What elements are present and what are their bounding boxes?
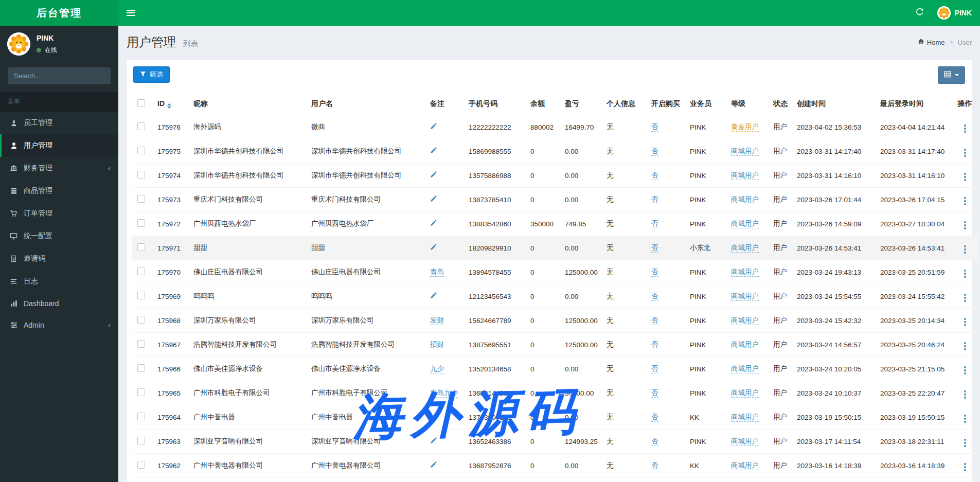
- level-link[interactable]: 商城用户: [731, 316, 759, 325]
- sidebar-item-invite[interactable]: 邀请码: [0, 247, 118, 270]
- remark-link[interactable]: 发财: [430, 316, 444, 325]
- purchase-toggle-link[interactable]: 否: [651, 195, 658, 204]
- row-actions-button[interactable]: [960, 220, 970, 230]
- row-actions-button[interactable]: [960, 317, 970, 327]
- row-actions-button[interactable]: [960, 365, 970, 376]
- edit-remark-icon[interactable]: [430, 195, 437, 202]
- purchase-toggle-link[interactable]: 否: [651, 316, 658, 325]
- row-checkbox[interactable]: [137, 219, 145, 227]
- edit-remark-icon[interactable]: [430, 244, 437, 251]
- row-checkbox[interactable]: [137, 461, 145, 469]
- remark-link[interactable]: 青岛九少: [430, 389, 458, 398]
- purchase-toggle-link[interactable]: 否: [651, 268, 658, 277]
- app-logo[interactable]: 后台管理: [0, 0, 118, 26]
- filter-button[interactable]: 筛选: [133, 66, 170, 83]
- row-checkbox[interactable]: [137, 437, 145, 444]
- purchase-toggle-link[interactable]: 否: [651, 461, 658, 470]
- sidebar-item-orders[interactable]: 订单管理: [0, 202, 118, 225]
- refresh-button[interactable]: [914, 6, 926, 20]
- edit-remark-icon[interactable]: [430, 123, 437, 130]
- row-checkbox[interactable]: [137, 388, 145, 396]
- sidebar-user-status[interactable]: 在线: [37, 46, 57, 55]
- level-link[interactable]: 商城用户: [731, 268, 759, 277]
- remark-link[interactable]: 招财: [430, 341, 444, 349]
- row-actions-button[interactable]: [960, 341, 970, 351]
- purchase-toggle-link[interactable]: 否: [651, 147, 658, 156]
- edit-remark-icon[interactable]: [430, 461, 437, 468]
- level-link[interactable]: 商城用户: [731, 220, 759, 228]
- level-link[interactable]: 商城用户: [731, 461, 759, 470]
- level-link[interactable]: 黄金用户: [731, 123, 759, 132]
- edit-remark-icon[interactable]: [430, 413, 437, 420]
- purchase-toggle-link[interactable]: 否: [651, 171, 658, 180]
- row-checkbox[interactable]: [137, 292, 145, 299]
- purchase-toggle-link[interactable]: 否: [651, 413, 658, 422]
- purchase-toggle-link[interactable]: 否: [651, 389, 658, 398]
- sidebar-item-dashboard[interactable]: Dashboard: [0, 293, 118, 314]
- row-checkbox[interactable]: [137, 316, 145, 324]
- level-link[interactable]: 商城用户: [731, 365, 759, 373]
- sidebar-item-config[interactable]: 统一配置: [0, 225, 118, 247]
- breadcrumb-home[interactable]: Home: [918, 38, 945, 46]
- row-actions-button[interactable]: [960, 269, 970, 279]
- sidebar-item-user[interactable]: 用户管理: [0, 134, 118, 157]
- row-checkbox[interactable]: [137, 122, 145, 130]
- row-actions-button[interactable]: [960, 414, 970, 424]
- row-checkbox[interactable]: [137, 147, 145, 154]
- row-actions-button[interactable]: [960, 462, 970, 472]
- row-checkbox[interactable]: [137, 364, 145, 372]
- level-link[interactable]: 商城用户: [731, 195, 759, 204]
- sidebar-item-staff[interactable]: 员工管理: [0, 112, 118, 134]
- select-all-checkbox[interactable]: [137, 99, 145, 107]
- hamburger-menu-button[interactable]: [127, 0, 144, 26]
- salesman-cell: PINK: [690, 381, 731, 405]
- remark-link[interactable]: 青岛: [430, 268, 444, 277]
- purchase-toggle-link[interactable]: 否: [651, 244, 658, 253]
- row-actions-button[interactable]: [960, 244, 970, 255]
- created-at-cell: 2023-03-24 14:56:57: [797, 333, 880, 357]
- level-link[interactable]: 商城用户: [731, 413, 759, 422]
- column-header-0[interactable]: ID: [157, 93, 193, 115]
- sidebar-item-admin[interactable]: Admin‹: [0, 314, 118, 336]
- sort-icon[interactable]: [167, 103, 171, 109]
- row-checkbox[interactable]: [137, 171, 145, 178]
- level-link[interactable]: 商城用户: [731, 292, 759, 301]
- edit-remark-icon[interactable]: [430, 147, 437, 154]
- row-actions-button[interactable]: [960, 293, 970, 303]
- row-checkbox[interactable]: [137, 413, 145, 420]
- row-checkbox[interactable]: [137, 340, 145, 348]
- sidebar-item-log[interactable]: 日志: [0, 270, 118, 293]
- level-link[interactable]: 商城用户: [731, 171, 759, 180]
- row-actions-button[interactable]: [960, 123, 970, 134]
- edit-remark-icon[interactable]: [430, 171, 437, 178]
- row-actions-button[interactable]: [960, 438, 970, 448]
- row-checkbox[interactable]: [137, 243, 145, 251]
- level-link[interactable]: 商城用户: [731, 244, 759, 253]
- column-display-button[interactable]: [938, 66, 965, 84]
- row-checkbox[interactable]: [137, 267, 145, 275]
- search-input[interactable]: [8, 67, 111, 84]
- purchase-toggle-link[interactable]: 否: [651, 341, 658, 349]
- purchase-toggle-link[interactable]: 否: [651, 365, 658, 373]
- row-actions-button[interactable]: [960, 196, 970, 206]
- purchase-toggle-link[interactable]: 否: [651, 123, 658, 132]
- sidebar-item-finance[interactable]: 财务管理‹: [0, 157, 118, 180]
- level-link[interactable]: 商城用户: [731, 341, 759, 349]
- sidebar-item-goods[interactable]: 商品管理: [0, 180, 118, 202]
- purchase-toggle-link[interactable]: 否: [651, 437, 658, 446]
- edit-remark-icon[interactable]: [430, 437, 437, 444]
- row-checkbox[interactable]: [137, 195, 145, 203]
- purchase-toggle-link[interactable]: 否: [651, 220, 658, 228]
- row-actions-button[interactable]: [960, 148, 970, 158]
- level-link[interactable]: 商城用户: [731, 437, 759, 446]
- level-link[interactable]: 商城用户: [731, 147, 759, 156]
- row-actions-button[interactable]: [960, 172, 970, 182]
- edit-remark-icon[interactable]: [430, 292, 437, 299]
- row-actions-button[interactable]: [960, 389, 970, 400]
- remark-link[interactable]: 九少: [430, 365, 444, 373]
- level-link[interactable]: 商城用户: [731, 389, 759, 398]
- edit-remark-icon[interactable]: [430, 220, 437, 226]
- profit-cell: 16499.70: [565, 115, 607, 139]
- purchase-toggle-link[interactable]: 否: [651, 292, 658, 301]
- navbar-user-menu[interactable]: PINK: [937, 6, 972, 20]
